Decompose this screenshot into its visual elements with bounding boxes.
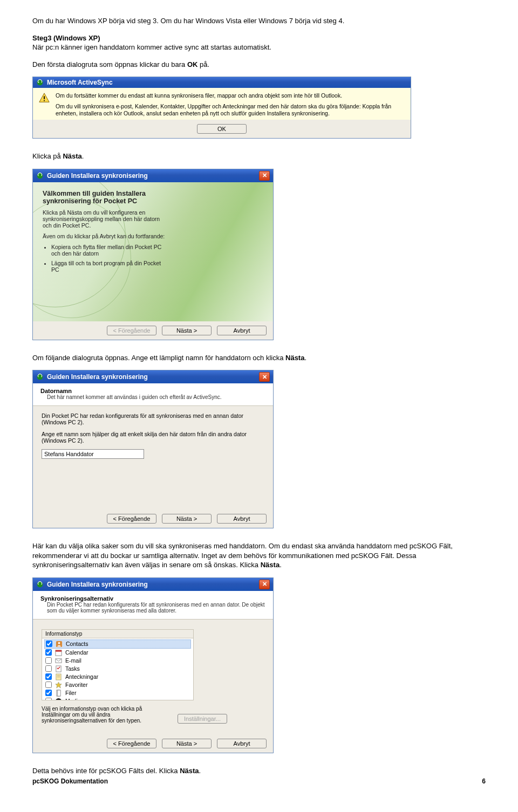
wizard-icon	[36, 581, 44, 588]
after-activesync: Klicka på Nästa.	[32, 152, 486, 161]
wizard-titlebar-3: Guiden Installera synkronisering ✕	[33, 578, 273, 591]
sync-row-tasks[interactable]: Tasks	[44, 665, 191, 673]
cancel-button[interactable]: Avbryt	[217, 326, 267, 335]
sync-checkbox[interactable]	[45, 673, 52, 680]
media-icon	[55, 698, 62, 700]
wizard-title: Guiden Installera synkronisering	[47, 172, 256, 180]
sync-checkbox[interactable]	[45, 690, 52, 696]
cancel-button[interactable]: Avbryt	[217, 514, 267, 524]
wizard-title-3: Guiden Installera synkronisering	[47, 581, 256, 588]
intro-p1: Om du har Windows XP börja vid steg 3. O…	[32, 16, 486, 26]
activesync-buttons: OK	[33, 120, 411, 138]
sync-label: Favoriter	[65, 682, 87, 688]
devicename-header: Datornamn Det här namnet kommer att anvä…	[33, 383, 273, 406]
devicename-body: Din Pocket PC har redan konfigurerats fö…	[33, 406, 273, 510]
svg-rect-16	[58, 690, 61, 696]
p2: Den första dialogruta som öppnas klickar…	[32, 60, 486, 70]
sync-note: Välj en informationstyp ovan och klicka …	[42, 706, 171, 724]
devicename-p1: Din Pocket PC har redan konfigurerats fö…	[42, 412, 264, 425]
sync-label: Tasks	[65, 665, 80, 672]
notes-icon	[55, 673, 62, 680]
sync-label: Media	[65, 698, 81, 700]
cancel-button[interactable]: Avbryt	[217, 739, 267, 748]
sync-checkbox[interactable]	[45, 698, 52, 700]
back-button[interactable]: < Föregående	[107, 739, 156, 748]
sync-checkbox[interactable]	[46, 641, 52, 647]
activesync-line2: Om du vill synkronisera e-post, Kalender…	[56, 103, 405, 118]
step3: Steg3 (Windows XP) När pc:n känner igen …	[32, 33, 486, 52]
after-devicename: Här kan du välja olika saker som du vill…	[32, 541, 486, 570]
sync-checkbox[interactable]	[45, 657, 52, 664]
back-button: < Föregående	[107, 326, 156, 335]
devicename-buttons: < Föregående Nästa > Avbryt	[33, 510, 273, 528]
files-icon	[55, 690, 62, 697]
after-syncopts: Detta behövs inte för pcSKOG Fälts del. …	[32, 766, 486, 776]
sync-checkbox[interactable]	[45, 682, 52, 688]
svg-rect-2	[44, 100, 45, 101]
syncopts-buttons: < Föregående Nästa > Avbryt	[33, 734, 273, 753]
sync-row-e-mail[interactable]: E-mail	[44, 657, 191, 665]
close-button[interactable]: ✕	[259, 372, 270, 382]
syncopts-hdr-title: Synkroniseringsalternativ	[40, 595, 265, 602]
svg-rect-9	[56, 650, 62, 652]
sync-list[interactable]: ContactsCalendarE-mailTasksAnteckningarF…	[42, 638, 193, 700]
back-button[interactable]: < Föregående	[107, 514, 156, 524]
next-button[interactable]: Nästa >	[162, 514, 212, 524]
sync-col-header: Informationstyp	[42, 630, 193, 638]
welcome-heading: Välkommen till guiden Installera synkron…	[43, 190, 167, 205]
sync-row-favoriter[interactable]: Favoriter	[44, 681, 191, 689]
devicename-input[interactable]	[42, 449, 144, 459]
sync-row-media[interactable]: Media	[44, 697, 191, 700]
settings-button: Inställningar...	[178, 714, 227, 724]
sync-label: E-mail	[65, 657, 81, 664]
tasks-icon	[55, 665, 62, 672]
next-button[interactable]: Nästa >	[162, 326, 212, 335]
welcome-li1: Kopiera och flytta filer mellan din Pock…	[51, 244, 167, 257]
close-icon: ✕	[262, 581, 267, 588]
activesync-titlebar: Microsoft ActiveSync	[33, 77, 411, 88]
sync-row-anteckningar[interactable]: Anteckningar	[44, 673, 191, 681]
welcome-p1: Klicka på Nästa om du vill konfigurera e…	[43, 209, 167, 229]
mail-icon	[55, 657, 62, 664]
step3-label: Steg3 (Windows XP)	[32, 34, 100, 42]
doc-footer: pcSKOG Dokumentation 6	[32, 777, 486, 785]
close-button[interactable]: ✕	[259, 171, 270, 181]
sync-label: Anteckningar	[65, 673, 98, 680]
sync-footer: Välj en informationstyp ovan och klicka …	[42, 706, 264, 724]
activesync-line1: Om du fortsätter kommer du endast att ku…	[56, 92, 405, 100]
after-welcome: Om följande dialogruta öppnas. Ange ett …	[32, 353, 486, 363]
wizard-welcome-buttons: < Föregående Nästa > Avbryt	[33, 321, 273, 340]
sync-row-filer[interactable]: Filer	[44, 689, 191, 697]
wizard-welcome-body: Välkommen till guiden Installera synkron…	[33, 182, 273, 321]
wizard-title-2: Guiden Installera synkronisering	[47, 373, 256, 381]
sync-row-contacts[interactable]: Contacts	[44, 639, 191, 649]
close-button[interactable]: ✕	[259, 580, 270, 589]
sync-checkbox[interactable]	[45, 649, 52, 656]
svg-point-17	[56, 698, 62, 700]
syncopts-header: Synkroniseringsalternativ Din Pocket PC …	[33, 591, 273, 620]
ok-button[interactable]: OK	[197, 124, 247, 134]
wizard-titlebar: Guiden Installera synkronisering ✕	[33, 169, 273, 182]
syncopts-hdr-sub: Din Pocket PC har redan konfigurerats fö…	[47, 602, 265, 614]
step3-text: När pc:n känner igen handdatorn kommer a…	[32, 43, 271, 51]
svg-rect-1	[44, 97, 45, 100]
calendar-icon	[55, 649, 62, 656]
wizard-icon	[36, 373, 44, 381]
sync-row-calendar[interactable]: Calendar	[44, 649, 191, 657]
sync-label: Filer	[65, 690, 76, 696]
wizard-syncopts-dialog: Guiden Installera synkronisering ✕ Synkr…	[32, 577, 274, 753]
next-button[interactable]: Nästa >	[162, 739, 212, 748]
sync-panel: Informationstyp ContactsCalendarE-mailTa…	[42, 629, 194, 700]
devicename-hdr-sub: Det här namnet kommer att användas i gui…	[47, 394, 265, 400]
footer-page: 6	[482, 777, 486, 785]
warning-icon	[38, 92, 50, 104]
activesync-body: Om du fortsätter kommer du endast att ku…	[33, 88, 411, 120]
syncopts-body: Informationstyp ContactsCalendarE-mailTa…	[33, 620, 273, 734]
devicename-hdr-title: Datornamn	[40, 388, 265, 394]
close-icon: ✕	[262, 374, 267, 381]
activesync-title: Microsoft ActiveSync	[47, 79, 407, 86]
sync-checkbox[interactable]	[45, 665, 52, 672]
svg-point-7	[58, 642, 60, 644]
sync-label: Contacts	[66, 641, 88, 647]
wizard-titlebar-2: Guiden Installera synkronisering ✕	[33, 370, 273, 383]
